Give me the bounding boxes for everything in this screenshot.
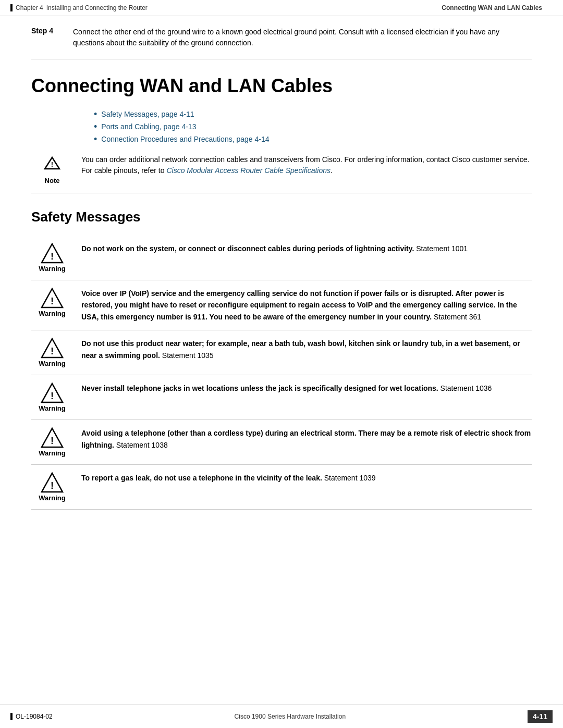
top-header: Chapter 4 Installing and Connecting the … [0,0,563,16]
warning-triangle-icon-3: ! [41,338,64,359]
warning-bold-4: Never install telephone jacks in wet loc… [81,384,438,392]
warning-normal-5: Statement 1038 [114,441,168,449]
warning-row-6: ! Warning To report a gas leak, do not u… [31,465,532,510]
note-section: ! Note You can order additional network … [31,154,532,193]
warning-label-6: Warning [39,494,66,502]
warning-content-2: Voice over IP (VoIP) service and the eme… [81,288,532,323]
svg-text:!: ! [51,161,53,168]
warning-triangle-icon-6: ! [41,472,64,493]
svg-text:!: ! [51,480,54,491]
svg-text:!: ! [51,251,54,262]
warning-row-5: ! Warning Avoid using a telephone (other… [31,420,532,465]
warning-label-1: Warning [39,265,66,273]
warning-icon-area-6: ! Warning [31,472,73,502]
note-link[interactable]: Cisco Modular Access Router Cable Specif… [166,166,331,175]
note-content: You can order additional network connect… [81,154,532,176]
safety-messages-title: Safety Messages [31,209,532,225]
chapter-title: Installing and Connecting the Router [46,4,148,11]
header-left: Chapter 4 Installing and Connecting the … [10,4,148,11]
toc-list: Safety Messages, page 4-11 Ports and Cab… [31,109,532,144]
footer-right: 4-11 [528,710,553,723]
warning-triangle-icon-1: ! [41,243,64,264]
note-icon-area: ! Note [31,154,73,184]
footer: OL-19084-02 Cisco 1900 Series Hardware I… [0,705,563,728]
warning-normal-6: Statement 1039 [322,474,376,482]
warning-row-1: ! Warning Do not work on the system, or … [31,236,532,280]
page-title: Connecting WAN and LAN Cables [31,75,532,99]
warning-list: ! Warning Do not work on the system, or … [31,236,532,510]
svg-text:!: ! [51,346,54,356]
warning-icon-area-2: ! Warning [31,288,73,317]
warning-triangle-icon-4: ! [41,382,64,403]
footer-left: OL-19084-02 [10,713,53,720]
warning-label-4: Warning [39,404,66,412]
warning-row-2: ! Warning Voice over IP (VoIP) service a… [31,280,532,330]
warning-bold-6: To report a gas leak, do not use a telep… [81,474,322,482]
warning-normal-4: Statement 1036 [438,384,492,392]
header-left-marker [10,4,13,11]
warning-triangle-icon-5: ! [41,427,64,448]
note-icon: ! [43,154,62,176]
toc-item-3[interactable]: Connection Procedures and Precautions, p… [94,134,532,144]
warning-label-3: Warning [39,360,66,367]
toc-link-3[interactable]: Connection Procedures and Precautions, p… [101,135,269,143]
warning-content-3: Do not use this product near water; for … [81,338,532,361]
svg-text:!: ! [51,296,54,306]
warning-content-5: Avoid using a telephone (other than a co… [81,427,532,451]
chapter-label: Chapter 4 [16,4,43,11]
page-number: 4-11 [528,710,553,723]
note-label: Note [45,177,60,184]
footer-center: Cisco 1900 Series Hardware Installation [235,713,346,720]
toc-item-1[interactable]: Safety Messages, page 4-11 [94,109,532,119]
footer-doc-id: OL-19084-02 [16,713,53,720]
footer-left-marker [10,713,13,720]
svg-text:!: ! [51,436,54,446]
warning-row-4: ! Warning Never install telephone jacks … [31,375,532,420]
warning-content-6: To report a gas leak, do not use a telep… [81,472,532,484]
warning-bold-3: Do not use this product near water; for … [81,339,520,359]
warning-content-1: Do not work on the system, or connect or… [81,243,532,254]
warning-content-4: Never install telephone jacks in wet loc… [81,382,532,394]
warning-icon-area-1: ! Warning [31,243,73,273]
warning-bold-1: Do not work on the system, or connect or… [81,244,414,253]
svg-text:!: ! [51,391,54,401]
warning-label-2: Warning [39,310,66,317]
step4-content: Connect the other end of the ground wire… [73,27,532,48]
warning-icon-area-4: ! Warning [31,382,73,412]
warning-normal-1: Statement 1001 [414,244,468,253]
step4-label: Step 4 [31,27,63,48]
warning-triangle-icon-2: ! [41,288,64,309]
warning-row-3: ! Warning Do not use this product near w… [31,330,532,375]
toc-item-2[interactable]: Ports and Cabling, page 4-13 [94,122,532,131]
warning-normal-3: Statement 1035 [160,351,214,360]
header-right-title: Connecting WAN and LAN Cables [442,4,542,11]
step4-section: Step 4 Connect the other end of the grou… [31,27,532,59]
warning-icon-area-5: ! Warning [31,427,73,457]
warning-normal-2: Statement 361 [432,313,481,321]
note-text-after-link: . [331,166,333,175]
warning-icon-area-3: ! Warning [31,338,73,367]
toc-link-1[interactable]: Safety Messages, page 4-11 [101,110,194,118]
main-content: Step 4 Connect the other end of the grou… [0,16,563,541]
toc-link-2[interactable]: Ports and Cabling, page 4-13 [101,122,196,131]
warning-label-5: Warning [39,449,66,457]
